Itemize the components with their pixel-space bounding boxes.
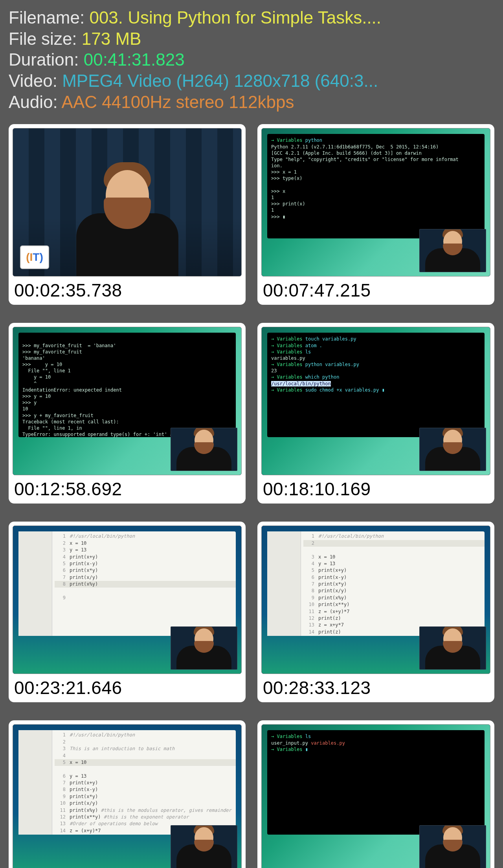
terminal-content: → Variables ls user_input.py variables.p… [267,730,485,835]
value-video: MPEG4 Video (H264) 1280x718 (640:3... [62,71,378,90]
editor-content: 1#!/usr/local/bin/python 2 3This is an i… [18,730,236,835]
thumbnail-image: 1#!/usr/local/bin/python 2x = 10 3y = 13… [13,526,242,674]
presenter-pip [419,229,486,272]
presenter-pip [171,626,237,670]
info-duration: Duration: 00:41:31.823 [9,49,494,70]
info-filesize: File size: 173 MB [9,28,494,49]
thumbnail-image: → Variables touch variables.py → Variabl… [261,327,490,475]
thumbnail-timestamp: 00:07:47.215 [257,277,494,305]
label-duration: Duration: [9,50,84,69]
thumbnail-cell: 1#!/usr/local/bin/python 2 3This is an i… [9,720,246,868]
thumbnail-image: → Variables python Python 2.7.11 (v2.7.1… [261,128,490,277]
value-audio: AAC 44100Hz stereo 112kbps [62,92,294,112]
terminal-content: → Variables touch variables.py → Variabl… [267,333,485,437]
thumbnail-image: >>> my_favorite_fruit = 'banana' >>> my_… [13,327,242,475]
thumbnail-image: 1#!/usr/local/bin/python 2 3This is an i… [13,724,242,868]
editor-content: 1#!/usr/local/bin/python 2 3x = 10 4y = … [267,531,485,636]
thumbnail-timestamp: 00:02:35.738 [9,277,246,305]
label-filename: Filename: [9,8,89,27]
value-duration: 00:41:31.823 [84,50,185,69]
thumbnail-cell: 1#!/usr/local/bin/python 2x = 10 3y = 13… [9,522,246,702]
presenter-pip [419,626,486,670]
presenter-pip [419,428,486,471]
label-audio: Audio: [9,92,62,112]
editor-content: 1#!/usr/local/bin/python 2x = 10 3y = 13… [18,531,236,636]
terminal-content: → Variables python Python 2.7.11 (v2.7.1… [267,134,485,238]
thumbnail-image: → Variables ls user_input.py variables.p… [261,724,490,868]
thumbnail-image: (IT) [13,128,242,277]
info-audio: Audio: AAC 44100Hz stereo 112kbps [9,92,494,113]
thumbnail-cell: >>> my_favorite_fruit = 'banana' >>> my_… [9,323,246,504]
thumbnail-cell: → Variables touch variables.py → Variabl… [257,323,494,504]
thumbnail-cell: → Variables python Python 2.7.11 (v2.7.1… [257,124,494,305]
info-filename: Filename: 003. Using Python for Simple T… [9,7,494,28]
presenter-pip [171,428,237,471]
thumbnail-timestamp: 00:23:21.646 [9,674,246,702]
thumbnail-cell: → Variables ls user_input.py variables.p… [257,720,494,868]
channel-logo: (IT) [20,245,49,269]
thumbnail-cell: 1#!/usr/local/bin/python 2 3x = 10 4y = … [257,522,494,702]
thumbnail-timestamp: 00:28:33.123 [257,674,494,702]
thumbnail-cell: (IT)00:02:35.738 [9,124,246,305]
thumbnail-timestamp: 00:12:58.692 [9,475,246,504]
value-filesize: 173 MB [82,29,141,48]
label-filesize: File size: [9,29,82,48]
info-video: Video: MPEG4 Video (H264) 1280x718 (640:… [9,70,494,92]
label-video: Video: [9,71,62,90]
thumbnail-timestamp: 00:18:10.169 [257,475,494,504]
thumbnail-image: 1#!/usr/local/bin/python 2 3x = 10 4y = … [261,526,490,674]
terminal-content: >>> my_favorite_fruit = 'banana' >>> my_… [18,333,236,437]
thumbnail-grid: (IT)00:02:35.738→ Variables python Pytho… [0,116,503,868]
presenter-pip [171,825,237,868]
value-filename: 003. Using Python for Simple Tasks.... [89,8,381,27]
presenter-pip [419,825,486,868]
file-info-block: Filename: 003. Using Python for Simple T… [0,0,503,116]
